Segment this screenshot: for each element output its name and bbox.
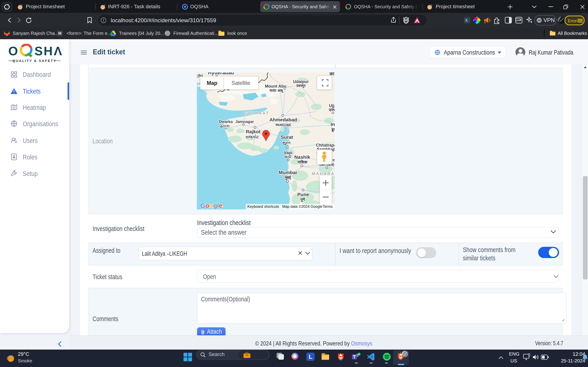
svg-text:Map: Map [207, 80, 217, 86]
svg-text:Terms: Terms [323, 205, 333, 209]
svg-text:GUJARAT: GUJARAT [244, 111, 269, 115]
svg-text:Jamnagar: Jamnagar [235, 119, 254, 124]
svg-text:Keyboard shortcuts: Keyboard shortcuts [247, 205, 279, 209]
svg-text:Udaipur: Udaipur [293, 79, 309, 84]
svg-text:Dwarka: Dwarka [219, 119, 233, 124]
svg-text:उज्ज: उज्ज [329, 108, 335, 112]
svg-text:उदयपुर: उदयपुर [296, 84, 306, 88]
svg-text:मुंबई: मुंबई [285, 175, 291, 180]
svg-text:Map data ©2024 Google: Map data ©2024 Google [282, 205, 322, 209]
svg-text:o: o [205, 202, 209, 209]
svg-text:Chhatrapat: Chhatrapat [316, 143, 335, 148]
svg-text:દ્વારકા: દ્વારકા [220, 124, 229, 128]
svg-text:Nashik: Nashik [294, 154, 310, 160]
svg-text:Pune: Pune [297, 192, 309, 197]
svg-text:Ahmedabad: Ahmedabad [269, 117, 297, 122]
svg-text:MAHARA: MAHARA [312, 172, 335, 176]
svg-text:o: o [209, 202, 213, 209]
svg-text:g: g [213, 202, 217, 209]
svg-text:Ujja: Ujja [329, 103, 335, 108]
svg-text:વાપી: વાપી [285, 155, 291, 159]
svg-text:पुणे: पुणे [300, 197, 305, 202]
svg-text:Rajkot: Rajkot [246, 129, 260, 134]
svg-text:સુરત: સુરત [282, 140, 291, 145]
svg-text:l: l [217, 202, 219, 209]
svg-text:e: e [219, 202, 223, 209]
svg-text:गर: गर [332, 158, 335, 162]
svg-text:माउंट आबू: माउंट आबू [269, 88, 284, 93]
svg-text:Ind: Ind [330, 122, 335, 127]
svg-text:Satellite: Satellite [232, 80, 250, 86]
svg-text:Vapi: Vapi [284, 150, 292, 155]
svg-text:અમદાવાદ: અમદાવાદ [275, 123, 292, 127]
svg-text:इन्: इन् [331, 127, 335, 133]
svg-text:Hyderabad: Hyderabad [208, 73, 234, 75]
svg-text:Surat: Surat [281, 134, 293, 140]
svg-text:Mount Abu: Mount Abu [265, 84, 286, 89]
svg-text:नाशिक: नाशिक [297, 160, 307, 165]
svg-text:Mumbai: Mumbai [279, 170, 297, 175]
svg-text:G: G [200, 202, 205, 209]
svg-text:રાજકોટ: રાજકોટ [246, 134, 259, 139]
svg-text:को: को [329, 73, 335, 76]
